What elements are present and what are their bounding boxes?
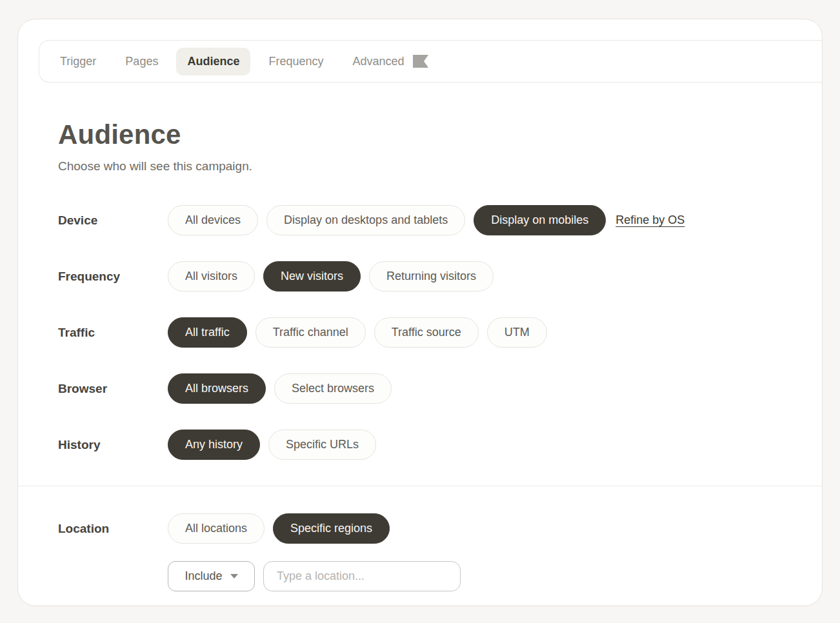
page-subtitle: Choose who will see this campaign. [58, 159, 782, 173]
browser-row-label: Browser [58, 382, 168, 396]
pill-all-devices[interactable]: All devices [168, 205, 258, 235]
pill-all-visitors[interactable]: All visitors [168, 261, 255, 292]
audience-panel: Audience Choose who will see this campai… [18, 119, 822, 591]
pill-utm[interactable]: UTM [487, 317, 547, 348]
pill-display-mobiles[interactable]: Display on mobiles [474, 205, 606, 235]
pill-any-history[interactable]: Any history [168, 430, 260, 460]
section-divider [18, 486, 822, 486]
pill-specific-urls[interactable]: Specific URLs [268, 430, 376, 460]
frequency-pill-group: All visitors New visitors Returning visi… [168, 261, 494, 292]
pill-traffic-source[interactable]: Traffic source [374, 317, 479, 348]
pill-new-visitors[interactable]: New visitors [263, 261, 361, 292]
history-row: History Any history Specific URLs [58, 430, 782, 460]
pill-display-desktops-tablets[interactable]: Display on desktops and tablets [266, 205, 465, 235]
pill-all-browsers[interactable]: All browsers [168, 373, 266, 404]
chevron-down-icon [230, 574, 238, 578]
tab-audience[interactable]: Audience [176, 48, 250, 75]
location-pill-group: All locations Specific regions [168, 513, 390, 544]
tab-frequency[interactable]: Frequency [268, 55, 323, 68]
location-row: Location All locations Specific regions [58, 513, 782, 544]
traffic-row-label: Traffic [58, 326, 168, 340]
frequency-row: Frequency All visitors New visitors Retu… [58, 261, 782, 292]
device-row: Device All devices Display on desktops a… [58, 205, 782, 235]
flag-icon [412, 55, 428, 68]
device-row-label: Device [58, 213, 168, 228]
browser-pill-group: All browsers Select browsers [168, 373, 392, 404]
pill-specific-regions[interactable]: Specific regions [273, 513, 390, 544]
refine-by-os-link[interactable]: Refine by OS [615, 213, 685, 227]
audience-option-rows: Device All devices Display on desktops a… [58, 205, 782, 591]
pill-returning-visitors[interactable]: Returning visitors [369, 261, 494, 292]
page-title: Audience [58, 119, 782, 150]
pill-all-locations[interactable]: All locations [168, 513, 265, 544]
include-mode-select[interactable]: Include [168, 561, 255, 591]
history-row-label: History [58, 438, 168, 452]
location-row-label: Location [58, 522, 168, 536]
location-search-input[interactable] [263, 561, 461, 591]
tab-pages[interactable]: Pages [125, 55, 158, 68]
frequency-row-label: Frequency [58, 270, 168, 284]
include-mode-value: Include [185, 569, 222, 583]
location-filter-row: Include [168, 561, 782, 591]
pill-select-browsers[interactable]: Select browsers [274, 373, 392, 404]
traffic-row: Traffic All traffic Traffic channel Traf… [58, 317, 782, 348]
history-pill-group: Any history Specific URLs [168, 430, 376, 460]
tab-bar: Trigger Pages Audience Frequency Advance… [39, 40, 822, 83]
traffic-pill-group: All traffic Traffic channel Traffic sour… [168, 317, 547, 348]
browser-row: Browser All browsers Select browsers [58, 373, 782, 404]
pill-traffic-channel[interactable]: Traffic channel [255, 317, 366, 348]
campaign-settings-card: Trigger Pages Audience Frequency Advance… [17, 19, 823, 606]
tab-advanced-label: Advanced [352, 55, 404, 68]
pill-all-traffic[interactable]: All traffic [168, 317, 247, 348]
tab-trigger[interactable]: Trigger [60, 55, 96, 68]
tab-advanced[interactable]: Advanced [352, 55, 428, 68]
device-pill-group: All devices Display on desktops and tabl… [168, 205, 685, 235]
